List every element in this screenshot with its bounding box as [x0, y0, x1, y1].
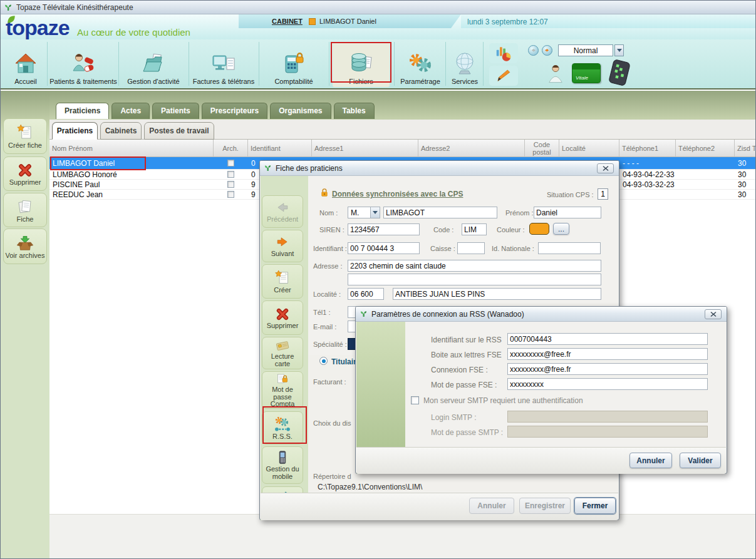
practitioner-button[interactable] [544, 61, 567, 87]
toolbar-patients-label: Patients & traitements [49, 78, 117, 85]
toolbar-services-button[interactable]: Services [448, 42, 482, 87]
archive-checkbox[interactable] [227, 181, 234, 188]
rss-identifiant-field[interactable] [507, 333, 708, 345]
titulaire-radio[interactable] [319, 357, 328, 365]
sidebar-voir-archives-label: Voir archives [6, 252, 45, 260]
code-field[interactable] [462, 223, 487, 235]
tab-tables[interactable]: Tables [334, 103, 375, 119]
notes-button[interactable] [489, 66, 518, 86]
column-header-zisd[interactable]: Zisd T [735, 140, 756, 157]
nom-field[interactable] [383, 207, 497, 218]
civilite-select[interactable]: M. [348, 207, 380, 218]
fiche-close-button[interactable] [597, 163, 614, 173]
patient-pills-icon [71, 51, 96, 76]
rss-annuler-button[interactable]: Annuler [629, 453, 672, 468]
identifiant-label: Identifiant : [313, 245, 347, 252]
id-nationale-field[interactable] [538, 242, 601, 254]
fiche-precedent-button[interactable]: Précédent [262, 195, 303, 228]
fiche-creer-label: Créer [274, 287, 291, 294]
fiche-gestion-mobile-button[interactable]: Gestion du mobile [262, 446, 303, 484]
fiche-gestion-mobile-label: Gestion du mobile [262, 466, 303, 480]
sidebar-creer-fiche-label: Créer fiche [8, 142, 42, 150]
identifiant-field[interactable] [348, 242, 420, 254]
cell-telephone1: 04-93-04-22-33 [619, 170, 676, 179]
couleur-picker-button[interactable]: ... [553, 223, 569, 235]
rss-close-button[interactable] [705, 309, 722, 319]
fiche-rss-button[interactable]: R.S.S. [262, 411, 303, 444]
fiche-mot-de-passe-compta-label: Mot de passe Compta [262, 386, 303, 408]
fiche-mot-de-passe-compta-button[interactable]: Mot de passe Compta [262, 371, 303, 409]
sidebar-fiche-button[interactable]: Fiche [3, 193, 47, 227]
cell-arch [214, 170, 248, 179]
column-header-telephone1[interactable]: Téléphone1 [619, 140, 676, 157]
vitale-card-button[interactable]: Vitale [572, 63, 601, 83]
toolbar-accueil-button[interactable]: Accueil [6, 42, 46, 87]
archive-checkbox[interactable] [227, 160, 234, 167]
sidebar-voir-archives-button[interactable]: Voir archives [3, 228, 47, 264]
siren-field[interactable] [348, 223, 420, 235]
toolbar-factures-button[interactable]: Factures & télétrans [190, 42, 257, 87]
zoom-in-button[interactable] [542, 45, 552, 56]
vitale-card-label: Vitale [576, 75, 588, 81]
adresse2-field[interactable] [348, 274, 601, 285]
fiche-supprimer-button[interactable]: Supprimer [262, 300, 303, 335]
fiche-suivant-button[interactable]: Suivant [262, 230, 303, 262]
cps-sync-link[interactable]: Données synchronisées avec la CPS [332, 190, 463, 198]
tab-praticiens[interactable]: Praticiens [56, 103, 109, 119]
fiche-dialog-titlebar: Fiche des praticiens [260, 161, 619, 176]
caisse-field[interactable] [457, 242, 485, 254]
current-user: LIMBAGOT Daniel [319, 18, 376, 25]
card-reader-button[interactable] [604, 58, 634, 87]
app-icon [360, 310, 368, 318]
rss-mdp-fse-field[interactable] [507, 378, 708, 390]
column-header-localite[interactable]: Localité [559, 140, 619, 157]
zoom-out-button[interactable] [528, 45, 539, 56]
subtab-cabinets[interactable]: Cabinets [100, 122, 142, 140]
ville-field[interactable] [393, 288, 601, 300]
toolbar-parametrage-button[interactable]: Paramétrage [396, 42, 444, 87]
tab-patients[interactable]: Patients [152, 103, 199, 119]
sidebar-supprimer-label: Supprimer [9, 179, 41, 187]
sidebar-supprimer-button[interactable]: Supprimer [3, 156, 47, 191]
tab-prescripteurs[interactable]: Prescripteurs [202, 103, 267, 119]
stats-button[interactable] [489, 43, 518, 63]
rss-connexion-field[interactable] [507, 363, 708, 375]
adresse1-field[interactable] [348, 260, 601, 272]
zoom-level-select[interactable]: Normal [558, 44, 613, 56]
toolbar-comptabilite-button[interactable]: Comptabilité [262, 42, 325, 87]
subtab-postes[interactable]: Postes de travail [144, 122, 214, 140]
civilite-dropdown-arrow[interactable] [370, 207, 380, 218]
column-header-identifiant[interactable]: Identifiant [248, 140, 312, 157]
column-header-arch[interactable]: Arch. [214, 140, 248, 157]
smtp-auth-checkbox[interactable] [411, 396, 419, 404]
column-header-code-postal[interactable]: Code postal [525, 140, 559, 157]
toolbar-patients-button[interactable]: Patients & traitements [49, 42, 118, 87]
rss-boite-field[interactable] [507, 348, 708, 360]
fiche-lecture-carte-button[interactable]: Lecture carte [262, 337, 303, 369]
fiche-annuler-button[interactable]: Annuler [469, 498, 514, 514]
practitioner-icon [545, 62, 566, 86]
subtab-praticiens[interactable]: Praticiens [52, 122, 98, 140]
zoom-dropdown-arrow[interactable] [614, 44, 624, 56]
column-header-telephone2[interactable]: Téléphone2 [676, 140, 735, 157]
archive-checkbox[interactable] [227, 171, 234, 178]
code-postal-field[interactable] [348, 288, 384, 300]
column-header-adresse2[interactable]: Adresse2 [418, 140, 525, 157]
toolbar-fichiers-button[interactable]: Fichiers [333, 42, 390, 87]
fiche-fermer-button[interactable]: Fermer [574, 498, 616, 514]
delete-x-icon [274, 306, 291, 322]
column-header-adresse1[interactable]: Adresse1 [312, 140, 418, 157]
sidebar-creer-fiche-button[interactable]: Créer fiche [3, 118, 47, 154]
tab-actes[interactable]: Actes [111, 103, 150, 119]
tab-organismes[interactable]: Organismes [270, 103, 331, 119]
toolbar-gestion-button[interactable]: Gestion d'activité [120, 42, 187, 87]
cabinet-link[interactable]: CABINET [272, 18, 303, 25]
app-icon [4, 3, 13, 12]
archive-checkbox[interactable] [227, 191, 234, 198]
fiche-enregistrer-button[interactable]: Enregistrer [519, 498, 571, 514]
prenom-field[interactable] [534, 207, 601, 218]
rss-valider-button[interactable]: Valider [680, 453, 721, 468]
column-header-nom[interactable]: Nom Prénom [49, 140, 214, 157]
fiche-creer-button[interactable]: Créer [262, 264, 303, 299]
couleur-swatch[interactable] [529, 223, 549, 235]
